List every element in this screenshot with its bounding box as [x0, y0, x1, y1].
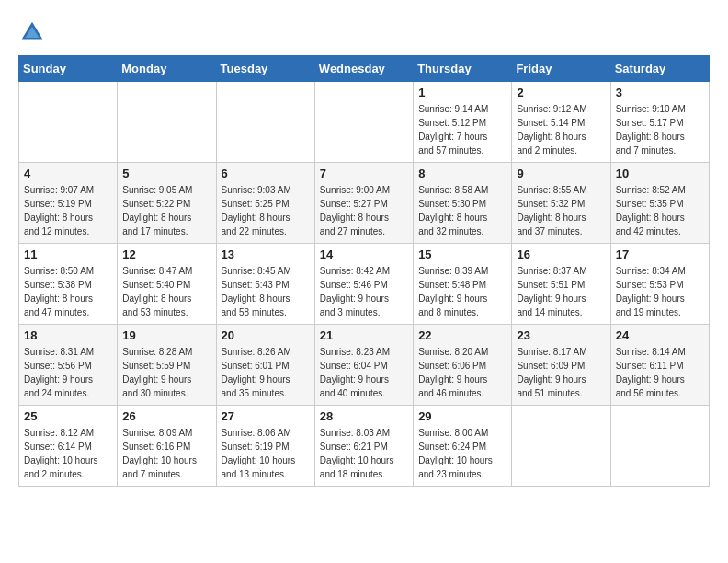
- header-wednesday: Wednesday: [314, 56, 413, 82]
- day-info: Sunrise: 8:17 AM Sunset: 6:09 PM Dayligh…: [517, 345, 605, 400]
- day-number: 14: [320, 247, 408, 261]
- header-thursday: Thursday: [414, 56, 512, 82]
- logo: [18, 18, 50, 46]
- calendar-cell-w3-d1: 12Sunrise: 8:47 AM Sunset: 5:40 PM Dayli…: [118, 244, 216, 325]
- calendar-cell-w4-d3: 21Sunrise: 8:23 AM Sunset: 6:04 PM Dayli…: [314, 325, 413, 406]
- day-number: 7: [320, 167, 408, 180]
- calendar-cell-w3-d6: 17Sunrise: 8:34 AM Sunset: 5:53 PM Dayli…: [610, 244, 709, 325]
- calendar-cell-w4-d0: 18Sunrise: 8:31 AM Sunset: 5:56 PM Dayli…: [19, 325, 118, 406]
- day-number: 20: [222, 328, 310, 342]
- day-info: Sunrise: 8:31 AM Sunset: 5:56 PM Dayligh…: [24, 345, 112, 400]
- day-number: 23: [517, 328, 605, 342]
- day-info: Sunrise: 9:12 AM Sunset: 5:14 PM Dayligh…: [517, 102, 605, 157]
- calendar-cell-w2-d5: 9Sunrise: 8:55 AM Sunset: 5:32 PM Daylig…: [512, 163, 610, 244]
- day-number: 12: [122, 247, 210, 261]
- day-number: 3: [616, 86, 704, 99]
- day-number: 26: [122, 409, 210, 423]
- day-number: 10: [616, 167, 704, 180]
- calendar-cell-w3-d0: 11Sunrise: 8:50 AM Sunset: 5:38 PM Dayli…: [19, 244, 118, 325]
- calendar-cell-w3-d3: 14Sunrise: 8:42 AM Sunset: 5:46 PM Dayli…: [314, 244, 413, 325]
- day-info: Sunrise: 8:42 AM Sunset: 5:46 PM Dayligh…: [320, 264, 408, 319]
- week-row-1: 1Sunrise: 9:14 AM Sunset: 5:12 PM Daylig…: [19, 82, 710, 163]
- day-info: Sunrise: 9:00 AM Sunset: 5:27 PM Dayligh…: [320, 183, 408, 238]
- calendar-cell-w2-d0: 4Sunrise: 9:07 AM Sunset: 5:19 PM Daylig…: [19, 163, 118, 244]
- day-info: Sunrise: 8:52 AM Sunset: 5:35 PM Dayligh…: [616, 183, 704, 238]
- calendar-cell-w2-d3: 7Sunrise: 9:00 AM Sunset: 5:27 PM Daylig…: [314, 163, 413, 244]
- calendar-cell-w4-d2: 20Sunrise: 8:26 AM Sunset: 6:01 PM Dayli…: [216, 325, 314, 406]
- day-number: 28: [320, 409, 408, 423]
- calendar-cell-w5-d2: 27Sunrise: 8:06 AM Sunset: 6:19 PM Dayli…: [216, 406, 314, 487]
- day-info: Sunrise: 9:10 AM Sunset: 5:17 PM Dayligh…: [616, 102, 704, 157]
- calendar-cell-w1-d4: 1Sunrise: 9:14 AM Sunset: 5:12 PM Daylig…: [414, 82, 512, 163]
- day-info: Sunrise: 8:47 AM Sunset: 5:40 PM Dayligh…: [122, 264, 210, 319]
- day-number: 16: [517, 247, 605, 261]
- header-tuesday: Tuesday: [216, 56, 314, 82]
- day-info: Sunrise: 8:09 AM Sunset: 6:16 PM Dayligh…: [122, 426, 210, 481]
- calendar-header-row: SundayMondayTuesdayWednesdayThursdayFrid…: [19, 56, 710, 82]
- day-number: 21: [320, 328, 408, 342]
- day-info: Sunrise: 9:05 AM Sunset: 5:22 PM Dayligh…: [122, 183, 210, 238]
- day-info: Sunrise: 8:34 AM Sunset: 5:53 PM Dayligh…: [616, 264, 704, 319]
- day-info: Sunrise: 9:07 AM Sunset: 5:19 PM Dayligh…: [24, 183, 112, 238]
- day-number: 25: [24, 409, 112, 423]
- day-info: Sunrise: 8:23 AM Sunset: 6:04 PM Dayligh…: [320, 345, 408, 400]
- calendar-cell-w2-d1: 5Sunrise: 9:05 AM Sunset: 5:22 PM Daylig…: [118, 163, 216, 244]
- day-info: Sunrise: 9:14 AM Sunset: 5:12 PM Dayligh…: [418, 102, 506, 157]
- day-info: Sunrise: 8:55 AM Sunset: 5:32 PM Dayligh…: [517, 183, 605, 238]
- day-info: Sunrise: 8:37 AM Sunset: 5:51 PM Dayligh…: [517, 264, 605, 319]
- day-number: 29: [418, 409, 506, 423]
- calendar-cell-w1-d6: 3Sunrise: 9:10 AM Sunset: 5:17 PM Daylig…: [610, 82, 709, 163]
- day-info: Sunrise: 8:00 AM Sunset: 6:24 PM Dayligh…: [418, 426, 506, 481]
- day-number: 4: [24, 167, 112, 180]
- day-info: Sunrise: 8:26 AM Sunset: 6:01 PM Dayligh…: [222, 345, 310, 400]
- day-info: Sunrise: 8:39 AM Sunset: 5:48 PM Dayligh…: [418, 264, 506, 319]
- calendar-cell-w4-d6: 24Sunrise: 8:14 AM Sunset: 6:11 PM Dayli…: [610, 325, 709, 406]
- calendar-cell-w1-d0: [19, 82, 118, 163]
- calendar-table: SundayMondayTuesdayWednesdayThursdayFrid…: [18, 55, 710, 487]
- calendar-cell-w3-d4: 15Sunrise: 8:39 AM Sunset: 5:48 PM Dayli…: [414, 244, 512, 325]
- calendar-cell-w2-d4: 8Sunrise: 8:58 AM Sunset: 5:30 PM Daylig…: [414, 163, 512, 244]
- calendar-cell-w5-d1: 26Sunrise: 8:09 AM Sunset: 6:16 PM Dayli…: [118, 406, 216, 487]
- day-info: Sunrise: 8:45 AM Sunset: 5:43 PM Dayligh…: [222, 264, 310, 319]
- day-number: 8: [418, 167, 506, 180]
- day-number: 27: [222, 409, 310, 423]
- calendar-cell-w5-d3: 28Sunrise: 8:03 AM Sunset: 6:21 PM Dayli…: [314, 406, 413, 487]
- calendar-cell-w1-d5: 2Sunrise: 9:12 AM Sunset: 5:14 PM Daylig…: [512, 82, 610, 163]
- day-info: Sunrise: 8:06 AM Sunset: 6:19 PM Dayligh…: [222, 426, 310, 481]
- day-info: Sunrise: 8:14 AM Sunset: 6:11 PM Dayligh…: [616, 345, 704, 400]
- header-saturday: Saturday: [610, 56, 709, 82]
- day-info: Sunrise: 8:03 AM Sunset: 6:21 PM Dayligh…: [320, 426, 408, 481]
- day-number: 5: [122, 167, 210, 180]
- day-number: 9: [517, 167, 605, 180]
- calendar-cell-w5-d0: 25Sunrise: 8:12 AM Sunset: 6:14 PM Dayli…: [19, 406, 118, 487]
- day-info: Sunrise: 8:20 AM Sunset: 6:06 PM Dayligh…: [418, 345, 506, 400]
- calendar-cell-w1-d1: [118, 82, 216, 163]
- day-number: 2: [517, 86, 605, 99]
- calendar-cell-w1-d2: [216, 82, 314, 163]
- page-header: [18, 18, 710, 46]
- calendar-cell-w5-d4: 29Sunrise: 8:00 AM Sunset: 6:24 PM Dayli…: [414, 406, 512, 487]
- day-number: 1: [418, 86, 506, 99]
- header-monday: Monday: [118, 56, 216, 82]
- day-number: 22: [418, 328, 506, 342]
- calendar-cell-w2-d6: 10Sunrise: 8:52 AM Sunset: 5:35 PM Dayli…: [610, 163, 709, 244]
- day-info: Sunrise: 9:03 AM Sunset: 5:25 PM Dayligh…: [222, 183, 310, 238]
- day-number: 11: [24, 247, 112, 261]
- calendar-cell-w3-d2: 13Sunrise: 8:45 AM Sunset: 5:43 PM Dayli…: [216, 244, 314, 325]
- day-number: 13: [222, 247, 310, 261]
- calendar-cell-w4-d5: 23Sunrise: 8:17 AM Sunset: 6:09 PM Dayli…: [512, 325, 610, 406]
- header-friday: Friday: [512, 56, 610, 82]
- day-number: 6: [222, 167, 310, 180]
- day-number: 19: [122, 328, 210, 342]
- calendar-cell-w4-d1: 19Sunrise: 8:28 AM Sunset: 5:59 PM Dayli…: [118, 325, 216, 406]
- day-info: Sunrise: 8:50 AM Sunset: 5:38 PM Dayligh…: [24, 264, 112, 319]
- calendar-cell-w1-d3: [314, 82, 413, 163]
- header-sunday: Sunday: [19, 56, 118, 82]
- day-info: Sunrise: 8:12 AM Sunset: 6:14 PM Dayligh…: [24, 426, 112, 481]
- day-info: Sunrise: 8:28 AM Sunset: 5:59 PM Dayligh…: [122, 345, 210, 400]
- logo-icon: [18, 18, 46, 46]
- week-row-3: 11Sunrise: 8:50 AM Sunset: 5:38 PM Dayli…: [19, 244, 710, 325]
- week-row-5: 25Sunrise: 8:12 AM Sunset: 6:14 PM Dayli…: [19, 406, 710, 487]
- calendar-cell-w5-d5: [512, 406, 610, 487]
- day-number: 18: [24, 328, 112, 342]
